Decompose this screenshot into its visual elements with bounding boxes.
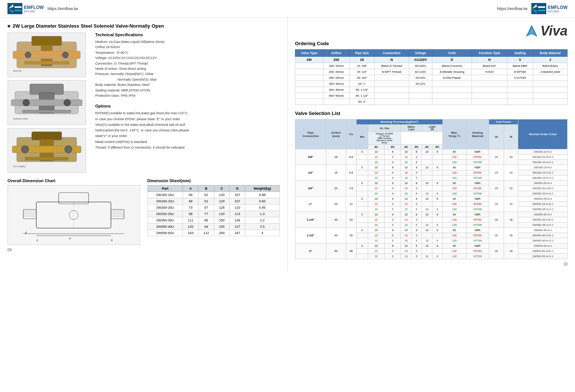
- valve-data-cell: 6: [432, 223, 442, 228]
- dim-col-c: C: [214, 186, 230, 192]
- ordering-cell: 20: 3/4": [349, 75, 374, 81]
- spec-line-8: Body material: Brass,Stainless Steel: [95, 82, 280, 87]
- dim-table-cell: 126: [230, 217, 245, 224]
- dim-table-cell: 69: [183, 192, 199, 198]
- svg-point-8: [25, 52, 31, 58]
- ordering-cell: [295, 81, 323, 87]
- valve-data-cell: 10: [401, 149, 411, 155]
- valve-code-cell: 2W160-10-H-E-J: [518, 155, 568, 160]
- ordering-cell: [409, 99, 432, 105]
- valve-data-cell: 6: [432, 238, 442, 243]
- dim-col-a: A: [183, 186, 199, 192]
- ordering-cell: 250: [323, 57, 349, 63]
- ordering-cell: [472, 93, 507, 99]
- ordering-cell: 200~20mm: [323, 69, 349, 75]
- valve-orifice-cell: 35: [326, 212, 346, 228]
- sel-th-dc1: DC: [385, 145, 401, 149]
- valve-w-cell: 20: [504, 181, 518, 196]
- valve-code-cell: 2W250-25-H-E-J: [518, 202, 568, 207]
- valve-data-cell: 130: [442, 155, 466, 160]
- valve-data-cell: 10: [422, 181, 432, 186]
- valve-data-cell: VITON: [466, 191, 489, 196]
- valve-code-cell: 2W160-15-H-J: [518, 165, 568, 170]
- valve-va-cell: 30: [489, 212, 504, 228]
- header-left: EMFLOW EST.2002 https://emflow.tw: [7, 3, 78, 14]
- valve-data-cell: 6: [411, 170, 422, 175]
- valve-code-cell: 2W500-50-H-V-J: [518, 254, 568, 259]
- ordering-cell: Black:Brass: [533, 63, 567, 69]
- ordering-th-bodymaterial: Body Material: [533, 50, 567, 57]
- dim-table-cell: 163: [183, 230, 199, 236]
- ordering-row: 160~16mm10: 3/8"Black:G-ThreadAC220VBlac…: [295, 63, 568, 69]
- valve-selection-row: 1-1/2"4029010610610680NBR30382W400-40-H-…: [295, 228, 568, 233]
- valve-data-cell: 6: [385, 181, 401, 186]
- dim-table-row: 2W500-50U1631122001674: [147, 230, 280, 236]
- ordering-cell: [533, 99, 567, 105]
- valve-w-cell: 20: [504, 149, 518, 165]
- dim-table-cell: 150: [214, 217, 230, 224]
- valve-data-cell: 10: [422, 212, 432, 217]
- product-image-3: P:0~0.6MPa: [7, 128, 86, 173]
- valve-data-cell: 10: [368, 175, 384, 181]
- valve-data-cell: 10: [368, 196, 384, 202]
- valve-data-cell: 10: [422, 165, 432, 170]
- valve-data-cell: [432, 155, 442, 160]
- dim-table-cell: 2W500-50U: [147, 230, 183, 236]
- dim-col-weight: Weight(kg): [245, 186, 280, 192]
- sel-th-max-temp: Max.Temp.°C: [442, 119, 466, 149]
- ordering-cell: J: [533, 57, 567, 63]
- valve-data-cell: EPDM: [466, 170, 489, 175]
- ordering-cell: [295, 69, 323, 75]
- valve-data-cell: 0: [356, 212, 368, 217]
- valve-data-cell: 10: [401, 243, 411, 249]
- svg-point-25: [65, 146, 72, 153]
- ordering-cell: Black:Common: [432, 63, 472, 69]
- valve-data-cell: [356, 223, 368, 228]
- ordering-table-body: 2W25025NAC220VDHVJ160~16mm10: 3/8"Black:…: [295, 57, 568, 105]
- dim-table-row: 2W160-15U69521201070.83: [147, 198, 280, 205]
- valve-data-cell: 6: [385, 170, 401, 175]
- ordering-cell: [472, 81, 507, 87]
- valve-data-cell: 10: [401, 160, 411, 165]
- ordering-code-section: Ordering Code Valve Type Orifice Pipe Si…: [295, 41, 568, 105]
- sel-th-ac2: AC: [401, 145, 411, 149]
- valve-code-cell: 2W250-25-H-J: [518, 196, 568, 202]
- valve-va-cell: 20: [489, 149, 504, 165]
- valve-data-cell: [422, 233, 432, 238]
- svg-text:B: B: [25, 231, 27, 234]
- valve-code-cell: 2W500-50-H-J: [518, 243, 568, 249]
- dim-table-cell: 133: [214, 211, 230, 217]
- valve-data-cell: 0: [356, 196, 368, 202]
- valve-data-cell: 6: [385, 149, 401, 155]
- valve-data-cell: 10: [368, 170, 384, 175]
- svg-point-17: [64, 99, 71, 106]
- valve-va-cell: 20: [489, 181, 504, 196]
- valve-data-cell: 80: [442, 228, 466, 233]
- valve-data-cell: [432, 186, 442, 191]
- valve-data-cell: 6: [411, 223, 422, 228]
- valve-code-cell: 2W500-50-H-E-J: [518, 249, 568, 254]
- ordering-cell: [507, 87, 533, 93]
- valve-data-cell: [422, 155, 432, 160]
- valve-data-cell: EPDM: [466, 155, 489, 160]
- ordering-row: 250~25mm20: 3/4"DC24VD:DIN PlasticV:VITO…: [295, 75, 568, 81]
- sel-th-dc3: DC: [432, 145, 442, 149]
- dim-table-cell: 155: [214, 224, 230, 230]
- valve-data-cell: NBR: [466, 165, 489, 170]
- page-num-left: 09: [7, 248, 280, 252]
- options-title: Options: [95, 104, 280, 108]
- dim-table-cell: 120: [214, 198, 230, 205]
- valve-data-cell: 10: [368, 191, 384, 196]
- dim-table-cell: 4: [245, 230, 280, 236]
- valve-pipe-cell: 1-1/4": [295, 212, 326, 228]
- valve-data-cell: 0: [356, 165, 368, 170]
- valve-data-cell: 6: [411, 243, 422, 249]
- valve-data-cell: NBR: [466, 228, 489, 233]
- options-text: EPDM(E):suitable to water,hot,water,gas,…: [95, 111, 280, 150]
- valve-pipe-cell: 3/8": [295, 149, 326, 165]
- dim-table-cell: 126: [214, 205, 230, 211]
- svg-text:Stainless Steel: Stainless Steel: [13, 118, 28, 120]
- valve-data-cell: 10: [401, 223, 411, 228]
- valve-data-cell: 6: [411, 175, 422, 181]
- svg-rect-18: [22, 110, 71, 113]
